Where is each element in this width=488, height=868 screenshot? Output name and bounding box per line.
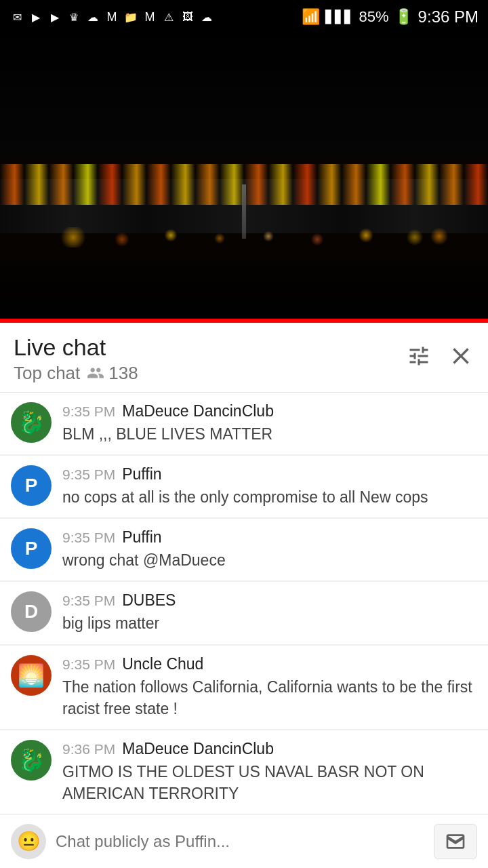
message-time: 9:36 PM bbox=[62, 741, 115, 757]
live-chat-title: Live chat bbox=[14, 334, 138, 361]
cloud-icon-1: ☁ bbox=[85, 9, 100, 24]
close-button[interactable] bbox=[447, 342, 474, 375]
message-author: MaDeuce DancinClub bbox=[122, 740, 274, 758]
message-author: Uncle Chud bbox=[122, 655, 203, 673]
message-content: 9:35 PMDUBESbig lips matter bbox=[62, 591, 474, 634]
youtube-icon-1: ▶ bbox=[28, 9, 43, 24]
message-row: 🐉9:36 PMMaDeuce DancinClubGITMO IS THE O… bbox=[0, 730, 488, 814]
message-content: 9:35 PMUncle ChudThe nation follows Cali… bbox=[62, 655, 474, 719]
mail-icon: M bbox=[104, 9, 119, 24]
message-author: Puffin bbox=[122, 528, 161, 547]
chat-header: Live chat Top chat 138 bbox=[0, 323, 488, 393]
message-content: 9:35 PMPuffinno cops at all is the only … bbox=[62, 465, 474, 508]
video-player[interactable] bbox=[0, 34, 488, 319]
filter-button[interactable] bbox=[407, 344, 431, 373]
message-row: 🌅9:35 PMUncle ChudThe nation follows Cal… bbox=[0, 646, 488, 729]
message-author: DUBES bbox=[122, 591, 176, 610]
message-text: The nation follows California, Californi… bbox=[62, 676, 474, 719]
message-time: 9:35 PM bbox=[62, 467, 115, 483]
top-chat-row: Top chat 138 bbox=[14, 363, 138, 384]
message-row: D9:35 PMDUBESbig lips matter bbox=[0, 582, 488, 644]
message-row: 🐉9:35 PMMaDeuce DancinClubBLM ,,, BLUE L… bbox=[0, 393, 488, 454]
battery-icon: 🔋 bbox=[394, 8, 413, 26]
chat-input-field[interactable] bbox=[56, 824, 424, 859]
message-meta: 9:35 PMUncle Chud bbox=[62, 655, 474, 673]
message-meta: 9:35 PMPuffin bbox=[62, 465, 474, 484]
battery-level: 85% bbox=[359, 8, 389, 26]
message-meta: 9:35 PMMaDeuce DancinClub bbox=[62, 402, 474, 420]
message-time: 9:35 PM bbox=[62, 403, 115, 420]
message-meta: 9:35 PMDUBES bbox=[62, 591, 474, 610]
avatar: P bbox=[11, 465, 52, 506]
send-button[interactable] bbox=[434, 824, 477, 859]
avatar: D bbox=[11, 591, 52, 632]
messages-area: 🐉9:35 PMMaDeuce DancinClubBLM ,,, BLUE L… bbox=[0, 393, 488, 824]
message-time: 9:35 PM bbox=[62, 656, 115, 673]
message-row: P9:35 PMPuffinwrong chat @MaDuece bbox=[0, 519, 488, 580]
wifi-icon: 📶 bbox=[302, 8, 320, 26]
message-time: 9:35 PM bbox=[62, 530, 115, 546]
time-display: 9:36 PM bbox=[418, 7, 479, 26]
message-icon: ✉ bbox=[9, 9, 24, 24]
video-background bbox=[0, 34, 488, 319]
message-content: 9:36 PMMaDeuce DancinClubGITMO IS THE OL… bbox=[62, 740, 474, 804]
message-meta: 9:36 PMMaDeuce DancinClub bbox=[62, 740, 474, 758]
signal-icon: ▋▋▋ bbox=[325, 9, 354, 24]
youtube-icon-2: ▶ bbox=[47, 9, 62, 24]
cloud-icon-2: ☁ bbox=[199, 9, 214, 24]
avatar: 🐉 bbox=[11, 740, 52, 781]
crown-icon: ♛ bbox=[66, 9, 81, 24]
message-author: Puffin bbox=[122, 465, 161, 484]
status-icons-left: ✉ ▶ ▶ ♛ ☁ M 📁 M ⚠ 🖼 ☁ bbox=[9, 9, 214, 24]
viewer-count-number: 138 bbox=[108, 363, 138, 384]
avatar: P bbox=[11, 528, 52, 569]
image-icon: 🖼 bbox=[180, 9, 195, 24]
message-time: 9:35 PM bbox=[62, 593, 115, 609]
message-content: 9:35 PMPuffinwrong chat @MaDuece bbox=[62, 528, 474, 571]
message-meta: 9:35 PMPuffin bbox=[62, 528, 474, 547]
message-text: BLM ,,, BLUE LIVES MATTER bbox=[62, 423, 474, 445]
send-icon bbox=[445, 831, 466, 852]
chat-input-bar: 😐 bbox=[0, 814, 488, 868]
warning-icon: ⚠ bbox=[161, 9, 176, 24]
message-text: GITMO IS THE OLDEST US NAVAL BASR NOT ON… bbox=[62, 761, 474, 804]
message-text: big lips matter bbox=[62, 612, 474, 634]
m-icon: M bbox=[142, 9, 157, 24]
message-text: wrong chat @MaDuece bbox=[62, 549, 474, 571]
emoji-icon: 😐 bbox=[17, 830, 41, 852]
chat-header-left: Live chat Top chat 138 bbox=[14, 334, 138, 384]
ground-lights bbox=[0, 227, 488, 248]
message-author: MaDeuce DancinClub bbox=[122, 402, 274, 420]
folder-icon: 📁 bbox=[123, 9, 138, 24]
message-text: no cops at all is the only compromise to… bbox=[62, 486, 474, 508]
viewer-count: 138 bbox=[87, 363, 138, 384]
avatar: 🐉 bbox=[11, 402, 52, 443]
message-content: 9:35 PMMaDeuce DancinClubBLM ,,, BLUE LI… bbox=[62, 402, 474, 445]
avatar: 🌅 bbox=[11, 655, 52, 696]
status-icons-right: 📶 ▋▋▋ 85% 🔋 9:36 PM bbox=[302, 7, 479, 26]
emoji-button[interactable]: 😐 bbox=[11, 824, 46, 859]
chat-header-right bbox=[407, 342, 474, 375]
top-chat-label: Top chat bbox=[14, 363, 80, 384]
message-row: P9:35 PMPuffinno cops at all is the only… bbox=[0, 456, 488, 517]
status-bar: ✉ ▶ ▶ ♛ ☁ M 📁 M ⚠ 🖼 ☁ 📶 ▋▋▋ 85% 🔋 9:36 P… bbox=[0, 0, 488, 34]
people-icon bbox=[87, 364, 104, 382]
